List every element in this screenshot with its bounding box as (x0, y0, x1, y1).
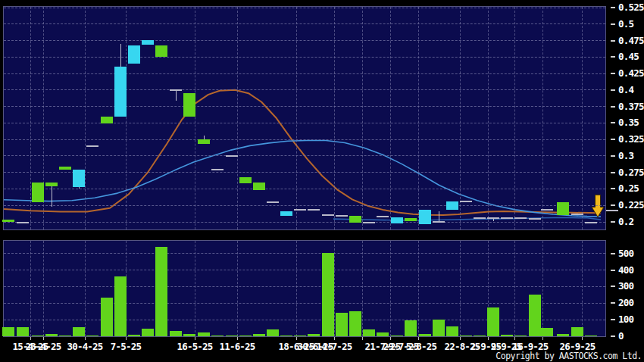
volume-bar (226, 335, 238, 337)
doji-candle (487, 217, 499, 219)
volume-bar (73, 327, 85, 336)
doji-candle (17, 222, 29, 223)
vertical-gridline (85, 241, 86, 336)
date-axis-label: 30-4-25 (67, 341, 102, 352)
price-axis-tick (611, 106, 615, 108)
vertical-gridline (390, 7, 391, 229)
price-axis-label: 0.425 (618, 68, 644, 79)
vertical-gridline (542, 241, 543, 336)
vertical-gridline (542, 7, 543, 229)
volume-bar (59, 335, 71, 337)
date-axis-tick (460, 337, 461, 340)
volume-bar (211, 335, 224, 337)
volume-axis-tick (611, 302, 615, 304)
down-candle (114, 67, 127, 116)
price-axis-tick (611, 188, 615, 189)
volume-bar (460, 335, 472, 337)
date-axis-tick (390, 337, 391, 340)
candle-wick (176, 90, 177, 101)
date-axis-tick (488, 337, 489, 340)
volume-bar (128, 335, 140, 336)
up-candle (405, 218, 417, 221)
volume-axis-tick (611, 335, 615, 337)
last-price-marker (606, 210, 618, 211)
stock-chart-app: Copyright by AASTOCKS.com Ltd. 0.5250.50… (0, 0, 644, 362)
vertical-gridline (418, 241, 419, 336)
date-axis-tick (126, 337, 127, 340)
volume-bar (501, 335, 513, 336)
date-axis-tick (362, 337, 363, 340)
volume-bar (571, 327, 583, 336)
volume-bar (183, 334, 195, 336)
price-axis-label: 0.45 (618, 51, 639, 62)
volume-bar (322, 253, 334, 336)
vertical-gridline (582, 7, 583, 229)
price-axis-label: 0.225 (618, 200, 644, 211)
vertical-gridline (418, 7, 419, 229)
down-candle (446, 201, 458, 210)
volume-axis-tick (611, 253, 615, 254)
price-axis-tick (611, 56, 615, 58)
date-axis-tick (542, 337, 543, 340)
vertical-gridline (30, 241, 31, 336)
vertical-gridline (488, 7, 489, 229)
up-candle (59, 167, 71, 170)
volume-bar (114, 276, 127, 336)
vertical-gridline (514, 7, 515, 229)
date-axis-label: 7-5-25 (111, 341, 141, 352)
volume-bar (101, 298, 113, 336)
vertical-gridline (237, 241, 238, 336)
price-axis-tick (611, 73, 615, 74)
date-axis-tick (30, 337, 31, 340)
volume-bar (474, 335, 486, 337)
doji-candle (585, 222, 597, 223)
volume-bar (557, 334, 569, 336)
volume-axis-label: 400 (618, 265, 633, 276)
doji-candle (514, 217, 527, 219)
date-axis-tick (334, 337, 335, 340)
doji-candle (322, 214, 334, 216)
doji-candle (336, 215, 348, 217)
vertical-gridline (362, 241, 363, 336)
date-axis-tick (43, 337, 44, 340)
volume-bar (253, 334, 265, 336)
volume-bar (155, 247, 167, 336)
volume-bar (541, 328, 553, 336)
down-candle (391, 217, 403, 223)
up-candle (183, 93, 195, 116)
volume-bar (2, 327, 14, 336)
volume-bar (419, 334, 431, 336)
volume-bar (308, 334, 320, 336)
volume-bar (86, 335, 98, 337)
up-candle (101, 117, 113, 124)
price-axis-tick (611, 172, 615, 173)
doji-candle (377, 216, 389, 217)
doji-candle (308, 209, 320, 211)
vertical-gridline (362, 7, 363, 229)
volume-bar (267, 329, 279, 336)
volume-bar (391, 335, 403, 337)
volume-bar (446, 326, 458, 336)
price-axis-tick (611, 155, 615, 157)
up-candle (253, 183, 265, 190)
doji-candle (474, 217, 486, 219)
volume-bar (198, 332, 210, 336)
volume-bar (32, 335, 44, 337)
price-axis-tick (611, 221, 615, 223)
up-candle (32, 183, 44, 202)
date-axis-label: 23-4-25 (25, 341, 61, 352)
doji-candle (571, 214, 583, 215)
doji-candle (267, 201, 279, 203)
volume-bar (280, 335, 292, 337)
up-candle (198, 139, 210, 144)
volume-bar (294, 335, 306, 337)
volume-bar (349, 311, 361, 336)
volume-bar (170, 331, 182, 336)
doji-candle (294, 209, 306, 211)
vertical-gridline (126, 7, 127, 229)
date-axis-tick (418, 337, 419, 340)
doji-candle (529, 218, 541, 220)
volume-axis-tick (611, 270, 615, 271)
vertical-gridline (195, 7, 195, 229)
price-axis-label: 0.3 (618, 151, 633, 161)
